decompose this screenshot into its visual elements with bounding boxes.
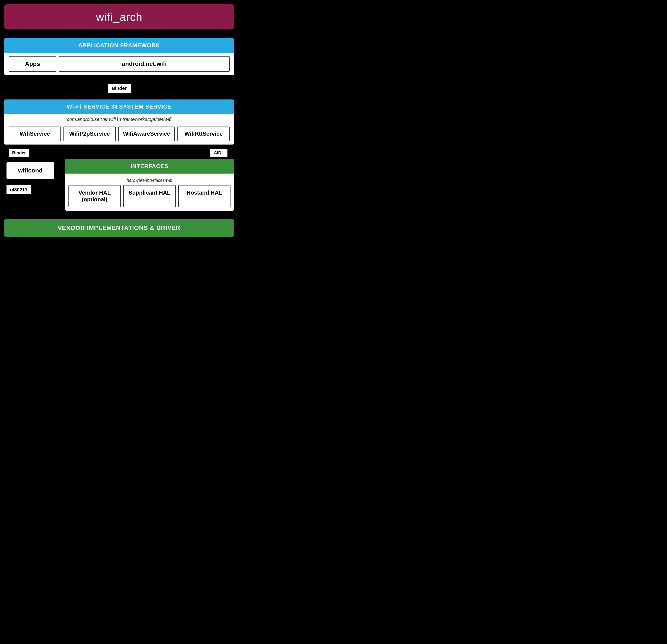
app-framework-body: Apps android.net.wifi: [4, 53, 234, 75]
nl80211-label: nl80211: [6, 185, 31, 194]
hardware-path: hardware/interfaces/wifi: [68, 176, 230, 185]
interfaces-label: INTERFACES: [131, 163, 168, 170]
interfaces-body: hardware/interfaces/wifi Vendor HAL (opt…: [65, 174, 234, 211]
wifi-aware-service-box: WifiAwareService: [118, 127, 175, 141]
middle-row: wificond nl80211 INTERFACES hardware/int…: [4, 159, 234, 211]
wificond-box: wificond: [6, 162, 54, 179]
title-bar: wifi_arch: [4, 4, 234, 30]
wificond-col: wificond nl80211: [4, 159, 65, 194]
wifi-p2p-service-box: WifiP2pService: [64, 127, 116, 141]
vendor-hal-box: Vendor HAL (optional): [68, 185, 121, 207]
services-row: WifiService WifiP2pService WifiAwareServ…: [4, 124, 234, 145]
wifi-service-box: WifiService: [9, 127, 61, 141]
binder-connector-top: Binder: [4, 77, 234, 99]
interfaces-section: INTERFACES hardware/interfaces/wifi Vend…: [65, 159, 234, 211]
interfaces-header: INTERFACES: [65, 159, 234, 174]
android-net-wifi-box: android.net.wifi: [59, 56, 230, 72]
hal-row: Vendor HAL (optional) Supplicant HAL Hos…: [68, 185, 230, 207]
page-title: wifi_arch: [9, 11, 230, 23]
app-framework-boxes: Apps android.net.wifi: [9, 56, 230, 72]
vendor-implementations-label: VENDOR IMPLEMENTATIONS & DRIVER: [58, 225, 181, 231]
wifi-service-header: Wi-Fi SERVICE IN SYSTEM SERVICE: [4, 99, 234, 114]
supplicant-hal-box: Supplicant HAL: [123, 185, 176, 207]
wifi-service-section: Wi-Fi SERVICE IN SYSTEM SERVICE com.andr…: [4, 99, 234, 145]
app-framework-header: APPLICATION FRAMEWORK: [4, 38, 234, 53]
binder-left-container: Binder: [9, 149, 29, 157]
wifi-service-subtitle: com.android.server.wifi in frameworks/op…: [4, 114, 234, 124]
aidl-container: AIDL: [210, 149, 227, 157]
wifi-service-label: Wi-Fi SERVICE IN SYSTEM SERVICE: [67, 103, 172, 110]
connector-row: Binder AIDL: [4, 147, 234, 159]
vendor-implementations-section: VENDOR IMPLEMENTATIONS & DRIVER: [4, 219, 234, 237]
aidl-label: AIDL: [210, 149, 227, 157]
app-framework-section: APPLICATION FRAMEWORK Apps android.net.w…: [4, 38, 234, 75]
apps-box: Apps: [9, 56, 56, 72]
binder-label-top: Binder: [108, 84, 131, 93]
binder-label-left: Binder: [9, 149, 29, 157]
app-framework-label: APPLICATION FRAMEWORK: [78, 42, 160, 49]
hostapd-hal-box: Hostapd HAL: [178, 185, 230, 207]
wifi-rtt-service-box: WifiRttService: [177, 127, 230, 141]
